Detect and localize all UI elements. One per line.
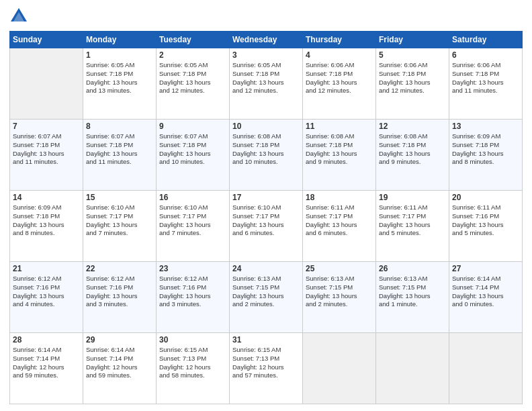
calendar-cell: 2Sunrise: 6:05 AM Sunset: 7:18 PM Daylig… xyxy=(157,48,230,120)
day-number: 11 xyxy=(306,122,373,131)
calendar-cell: 16Sunrise: 6:10 AM Sunset: 7:17 PM Dayli… xyxy=(157,191,230,262)
day-info: Sunrise: 6:08 AM Sunset: 7:18 PM Dayligh… xyxy=(379,132,446,167)
calendar-week-3: 14Sunrise: 6:09 AM Sunset: 7:18 PM Dayli… xyxy=(10,191,523,262)
calendar-header-row: SundayMondayTuesdayWednesdayThursdayFrid… xyxy=(10,32,523,48)
day-number: 20 xyxy=(452,193,519,202)
header xyxy=(9,7,523,26)
calendar-table: SundayMondayTuesdayWednesdayThursdayFrid… xyxy=(9,31,523,404)
calendar-week-5: 28Sunrise: 6:14 AM Sunset: 7:14 PM Dayli… xyxy=(10,333,523,404)
day-number: 14 xyxy=(13,193,80,202)
day-info: Sunrise: 6:08 AM Sunset: 7:18 PM Dayligh… xyxy=(232,132,300,167)
calendar-week-2: 7Sunrise: 6:07 AM Sunset: 7:18 PM Daylig… xyxy=(10,120,523,191)
calendar-cell xyxy=(10,48,83,120)
day-number: 8 xyxy=(86,122,153,131)
day-number: 29 xyxy=(86,335,153,345)
calendar-cell: 10Sunrise: 6:08 AM Sunset: 7:18 PM Dayli… xyxy=(230,120,303,191)
calendar-cell: 13Sunrise: 6:09 AM Sunset: 7:18 PM Dayli… xyxy=(449,120,523,191)
calendar-cell: 19Sunrise: 6:11 AM Sunset: 7:17 PM Dayli… xyxy=(376,191,449,262)
calendar-cell: 21Sunrise: 6:12 AM Sunset: 7:16 PM Dayli… xyxy=(10,262,83,333)
calendar-cell: 11Sunrise: 6:08 AM Sunset: 7:18 PM Dayli… xyxy=(303,120,376,191)
day-info: Sunrise: 6:06 AM Sunset: 7:18 PM Dayligh… xyxy=(379,61,446,95)
calendar-cell: 30Sunrise: 6:15 AM Sunset: 7:13 PM Dayli… xyxy=(157,333,230,404)
day-info: Sunrise: 6:10 AM Sunset: 7:17 PM Dayligh… xyxy=(232,203,300,238)
header-monday: Monday xyxy=(83,32,157,48)
day-number: 18 xyxy=(306,193,373,202)
day-number: 9 xyxy=(159,122,226,131)
day-number: 17 xyxy=(232,193,300,202)
header-friday: Friday xyxy=(376,32,449,48)
calendar-cell: 25Sunrise: 6:13 AM Sunset: 7:15 PM Dayli… xyxy=(303,262,376,333)
calendar-cell xyxy=(449,333,523,404)
day-info: Sunrise: 6:15 AM Sunset: 7:13 PM Dayligh… xyxy=(232,346,300,380)
calendar-cell xyxy=(376,333,449,404)
day-info: Sunrise: 6:12 AM Sunset: 7:16 PM Dayligh… xyxy=(13,275,80,309)
day-info: Sunrise: 6:09 AM Sunset: 7:18 PM Dayligh… xyxy=(452,132,519,167)
header-saturday: Saturday xyxy=(449,32,523,48)
calendar-cell: 4Sunrise: 6:06 AM Sunset: 7:18 PM Daylig… xyxy=(303,48,376,120)
day-number: 2 xyxy=(159,50,226,60)
header-wednesday: Wednesday xyxy=(230,32,303,48)
day-number: 26 xyxy=(379,264,446,273)
day-number: 5 xyxy=(379,50,446,60)
day-number: 27 xyxy=(452,264,519,273)
day-info: Sunrise: 6:10 AM Sunset: 7:17 PM Dayligh… xyxy=(86,203,153,238)
day-number: 22 xyxy=(86,264,153,273)
calendar-cell xyxy=(303,333,376,404)
day-number: 15 xyxy=(86,193,153,202)
day-number: 1 xyxy=(86,50,153,60)
day-info: Sunrise: 6:07 AM Sunset: 7:18 PM Dayligh… xyxy=(86,132,153,167)
day-number: 30 xyxy=(159,335,226,345)
calendar-cell: 20Sunrise: 6:11 AM Sunset: 7:16 PM Dayli… xyxy=(449,191,523,262)
calendar-cell: 15Sunrise: 6:10 AM Sunset: 7:17 PM Dayli… xyxy=(83,191,157,262)
header-sunday: Sunday xyxy=(10,32,83,48)
calendar-cell: 5Sunrise: 6:06 AM Sunset: 7:18 PM Daylig… xyxy=(376,48,449,120)
day-info: Sunrise: 6:12 AM Sunset: 7:16 PM Dayligh… xyxy=(159,275,226,309)
day-number: 16 xyxy=(159,193,226,202)
calendar-cell: 9Sunrise: 6:07 AM Sunset: 7:18 PM Daylig… xyxy=(157,120,230,191)
logo xyxy=(9,7,31,26)
calendar-cell: 17Sunrise: 6:10 AM Sunset: 7:17 PM Dayli… xyxy=(230,191,303,262)
day-number: 24 xyxy=(232,264,300,273)
calendar-cell: 3Sunrise: 6:05 AM Sunset: 7:18 PM Daylig… xyxy=(230,48,303,120)
day-info: Sunrise: 6:14 AM Sunset: 7:14 PM Dayligh… xyxy=(86,346,153,380)
day-number: 23 xyxy=(159,264,226,273)
day-info: Sunrise: 6:08 AM Sunset: 7:18 PM Dayligh… xyxy=(306,132,373,167)
day-info: Sunrise: 6:13 AM Sunset: 7:15 PM Dayligh… xyxy=(306,275,373,309)
day-number: 25 xyxy=(306,264,373,273)
calendar-cell: 8Sunrise: 6:07 AM Sunset: 7:18 PM Daylig… xyxy=(83,120,157,191)
calendar-cell: 24Sunrise: 6:13 AM Sunset: 7:15 PM Dayli… xyxy=(230,262,303,333)
calendar-cell: 23Sunrise: 6:12 AM Sunset: 7:16 PM Dayli… xyxy=(157,262,230,333)
calendar-cell: 6Sunrise: 6:06 AM Sunset: 7:18 PM Daylig… xyxy=(449,48,523,120)
day-number: 3 xyxy=(232,50,300,60)
day-info: Sunrise: 6:10 AM Sunset: 7:17 PM Dayligh… xyxy=(159,203,226,238)
day-info: Sunrise: 6:14 AM Sunset: 7:14 PM Dayligh… xyxy=(452,275,519,309)
header-thursday: Thursday xyxy=(303,32,376,48)
calendar-cell: 22Sunrise: 6:12 AM Sunset: 7:16 PM Dayli… xyxy=(83,262,157,333)
day-info: Sunrise: 6:07 AM Sunset: 7:18 PM Dayligh… xyxy=(159,132,226,167)
day-info: Sunrise: 6:05 AM Sunset: 7:18 PM Dayligh… xyxy=(232,61,300,95)
day-info: Sunrise: 6:06 AM Sunset: 7:18 PM Dayligh… xyxy=(452,61,519,95)
calendar-cell: 29Sunrise: 6:14 AM Sunset: 7:14 PM Dayli… xyxy=(83,333,157,404)
day-info: Sunrise: 6:13 AM Sunset: 7:15 PM Dayligh… xyxy=(232,275,300,309)
calendar-week-4: 21Sunrise: 6:12 AM Sunset: 7:16 PM Dayli… xyxy=(10,262,523,333)
day-info: Sunrise: 6:05 AM Sunset: 7:18 PM Dayligh… xyxy=(159,61,226,95)
calendar-cell: 28Sunrise: 6:14 AM Sunset: 7:14 PM Dayli… xyxy=(10,333,83,404)
day-info: Sunrise: 6:06 AM Sunset: 7:18 PM Dayligh… xyxy=(306,61,373,95)
day-number: 19 xyxy=(379,193,446,202)
day-info: Sunrise: 6:11 AM Sunset: 7:17 PM Dayligh… xyxy=(306,203,373,238)
calendar-week-1: 1Sunrise: 6:05 AM Sunset: 7:18 PM Daylig… xyxy=(10,48,523,120)
day-number: 13 xyxy=(452,122,519,131)
calendar-cell: 1Sunrise: 6:05 AM Sunset: 7:18 PM Daylig… xyxy=(83,48,157,120)
day-info: Sunrise: 6:15 AM Sunset: 7:13 PM Dayligh… xyxy=(159,346,226,380)
day-info: Sunrise: 6:14 AM Sunset: 7:14 PM Dayligh… xyxy=(13,346,80,380)
day-info: Sunrise: 6:09 AM Sunset: 7:18 PM Dayligh… xyxy=(13,203,80,238)
calendar-cell: 18Sunrise: 6:11 AM Sunset: 7:17 PM Dayli… xyxy=(303,191,376,262)
day-number: 28 xyxy=(13,335,80,345)
day-info: Sunrise: 6:11 AM Sunset: 7:17 PM Dayligh… xyxy=(379,203,446,238)
calendar-cell: 27Sunrise: 6:14 AM Sunset: 7:14 PM Dayli… xyxy=(449,262,523,333)
logo-icon xyxy=(9,7,28,26)
day-info: Sunrise: 6:12 AM Sunset: 7:16 PM Dayligh… xyxy=(86,275,153,309)
day-info: Sunrise: 6:05 AM Sunset: 7:18 PM Dayligh… xyxy=(86,61,153,95)
calendar-cell: 26Sunrise: 6:13 AM Sunset: 7:15 PM Dayli… xyxy=(376,262,449,333)
day-number: 7 xyxy=(13,122,80,131)
